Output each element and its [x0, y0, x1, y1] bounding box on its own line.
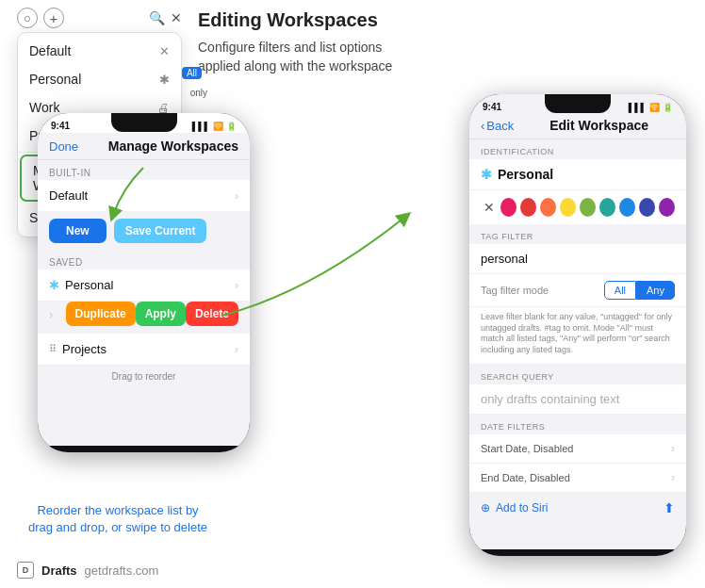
built-in-label: BUILT-IN — [38, 160, 250, 180]
tag-mode-any-button[interactable]: Any — [636, 281, 675, 300]
apply-button[interactable]: Apply — [136, 302, 186, 326]
phone-nav-bar: Done Manage Workspaces — [38, 133, 250, 160]
drafts-logo: D — [17, 562, 34, 579]
page-title-area: Editing Workspaces Configure filters and… — [198, 9, 696, 75]
tag-filter-value: personal — [481, 252, 675, 266]
right-nav-title: Edit Workspace — [549, 118, 648, 133]
color-indigo[interactable] — [639, 198, 655, 217]
right-nav-bar: ‹ Back Edit Workspace — [469, 114, 686, 139]
date-filters-header: DATE FILTERS — [469, 415, 686, 434]
end-date-value: End Date, Disabled — [481, 472, 671, 483]
person-icon: ✱ — [159, 73, 170, 87]
wifi-icon-r: 🛜 — [649, 103, 660, 112]
footer-brand: Drafts — [41, 564, 77, 578]
tag-filter-header: TAG FILTER — [469, 224, 686, 244]
tag-mode-all-button[interactable]: All — [604, 281, 636, 300]
right-phone-notch — [545, 94, 611, 113]
right-status-icons: ▌▌▌ 🛜 🔋 — [629, 103, 673, 112]
menu-search-icon[interactable]: 🔍 — [149, 10, 165, 25]
grid-icon-2: ⠿ — [49, 343, 57, 355]
battery-icon-r: 🔋 — [663, 103, 673, 112]
tag-mode-toggle: All Any — [604, 281, 675, 300]
signal-icon-r: ▌▌▌ — [629, 103, 647, 112]
color-orange[interactable] — [540, 198, 556, 217]
delete-button[interactable]: Delete — [186, 302, 238, 326]
color-clear-button[interactable]: ✕ — [481, 198, 497, 217]
color-teal[interactable] — [599, 198, 615, 217]
color-purple[interactable] — [659, 198, 675, 217]
back-button[interactable]: ‹ Back — [481, 119, 514, 133]
right-phone-screen: ‹ Back Edit Workspace IDENTIFICATION ✱ P… — [469, 114, 686, 549]
menu-circle-button[interactable]: ○ — [17, 8, 38, 28]
search-query-value: only drafts containing text — [481, 392, 675, 406]
tag-filter-mode-row: Tag filter mode All Any — [469, 274, 686, 307]
saved-label: SAVED — [38, 250, 250, 270]
done-button[interactable]: Done — [49, 139, 78, 154]
menu-plus-button[interactable]: + — [43, 8, 64, 28]
footer: D Drafts getdrafts.com — [17, 562, 158, 579]
search-query-header: SEARCH QUERY — [469, 365, 686, 384]
tag-mode-label: Tag filter mode — [481, 285, 604, 296]
personal-workspace-row[interactable]: ✱ Personal › — [38, 270, 250, 302]
personal-icon: ✱ — [49, 278, 59, 292]
end-date-chevron: › — [671, 471, 675, 484]
start-date-row[interactable]: Start Date, Disabled › — [469, 434, 686, 464]
left-phone-mockup: 9:41 ▌▌▌ 🛜 🔋 Done Manage Workspaces BUIL… — [38, 113, 250, 452]
reorder-callout: Reorder the workspace list by drag and d… — [24, 502, 212, 536]
search-query-field[interactable]: only drafts containing text — [469, 384, 686, 415]
wifi-icon: 🛜 — [213, 122, 223, 131]
menu-header: ○ + 🔍 ✕ — [17, 8, 182, 28]
back-chevron-icon: ‹ — [481, 119, 484, 133]
menu-close-icon[interactable]: ✕ — [171, 10, 182, 25]
tag-help-text: Leave filter blank for any value, "untag… — [469, 307, 686, 365]
color-blue[interactable] — [619, 198, 635, 217]
only-text: only — [190, 88, 207, 98]
personal-color-icon: ✱ — [481, 167, 492, 182]
workspace-item-default[interactable]: Default ✕ — [18, 37, 181, 65]
chevron-icon-3: › — [235, 343, 238, 356]
footer-url: getdrafts.com — [85, 564, 159, 578]
chevron-icon-2: › — [235, 279, 238, 292]
status-icons: ▌▌▌ 🛜 🔋 — [192, 122, 237, 131]
color-green[interactable] — [580, 198, 596, 217]
tag-filter-field[interactable]: personal — [469, 244, 686, 274]
right-status-time: 9:41 — [483, 102, 501, 112]
projects-workspace-row[interactable]: ⠿ Projects › — [38, 334, 250, 366]
phone-notch — [111, 113, 177, 132]
drag-hint: Drag to reorder — [38, 366, 250, 387]
sub-actions-row: › Duplicate Apply Delete — [38, 302, 250, 334]
page-title: Editing Workspaces — [198, 9, 696, 31]
color-red[interactable] — [520, 198, 536, 217]
color-pink[interactable] — [500, 198, 516, 217]
color-yellow[interactable] — [560, 198, 576, 217]
phone-screen: Done Manage Workspaces BUILT-IN Default … — [38, 133, 250, 446]
chevron-icon: › — [235, 189, 238, 203]
default-workspace-row[interactable]: Default › — [38, 180, 250, 212]
start-date-value: Start Date, Disabled — [481, 443, 671, 454]
page-subtitle: Configure filters and list options appli… — [198, 39, 396, 75]
color-picker-row: ✕ — [469, 190, 686, 224]
workspace-name-row: ✱ Personal — [469, 159, 686, 190]
right-phone-mockup: 9:41 ▌▌▌ 🛜 🔋 ‹ Back Edit Workspace IDENT… — [469, 94, 686, 556]
start-date-chevron: › — [671, 442, 675, 455]
add-siri-label: Add to Siri — [496, 501, 548, 514]
workspace-item-personal[interactable]: Personal ✱ All — [18, 65, 181, 93]
save-current-button[interactable]: Save Current — [114, 219, 207, 243]
workspace-name-value: Personal — [498, 167, 553, 182]
battery-icon: 🔋 — [226, 122, 237, 131]
identification-header: IDENTIFICATION — [469, 139, 686, 159]
add-circle-icon: ⊕ — [481, 501, 490, 514]
action-buttons-row: New Save Current — [38, 212, 250, 250]
add-to-siri-row[interactable]: ⊕ Add to Siri ⬆ — [469, 493, 686, 523]
new-button[interactable]: New — [49, 219, 107, 243]
status-time: 9:41 — [51, 121, 70, 131]
expand-chevron: › — [49, 302, 66, 326]
signal-icon: ▌▌▌ — [192, 122, 210, 131]
duplicate-button[interactable]: Duplicate — [66, 302, 136, 326]
close-icon: ✕ — [159, 44, 170, 58]
phone-nav-title: Manage Workspaces — [108, 139, 238, 154]
end-date-row[interactable]: End Date, Disabled › — [469, 464, 686, 493]
all-badge: All — [182, 67, 202, 79]
share-icon[interactable]: ⬆ — [664, 500, 675, 515]
